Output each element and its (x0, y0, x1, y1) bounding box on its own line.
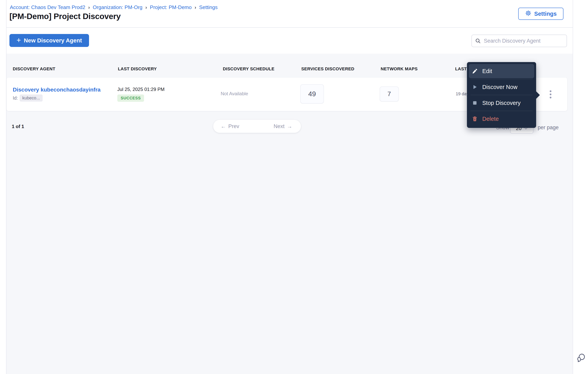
discovery-schedule-value: Not Available (221, 91, 248, 96)
breadcrumb-settings-link[interactable]: Settings (199, 4, 218, 10)
menu-item-delete-label: Delete (482, 116, 499, 122)
breadcrumb-project-link[interactable]: Project: PM-Demo (150, 4, 192, 10)
page-number-button[interactable]: 1 (247, 120, 265, 133)
breadcrumb-account-link[interactable]: Account: Chaos Dev Team Prod2 (10, 4, 85, 10)
settings-button-label: Settings (534, 10, 556, 17)
column-header-last: LAST (455, 66, 467, 72)
pencil-icon (472, 68, 478, 74)
menu-item-edit-label: Edit (482, 68, 492, 74)
discovery-agent-name-link[interactable]: Discovery kubeconchaosdayinfra (13, 87, 101, 93)
menu-divider (471, 111, 533, 111)
agent-id: Id: kubeco... (13, 94, 43, 102)
project-discovery-page: Account: Chaos Dev Team Prod2 › Organiza… (0, 0, 588, 374)
stop-icon (472, 100, 478, 105)
page-title: [PM-Demo] Project Discovery (10, 12, 121, 21)
last-discovery-date: Jul 25, 2025 01:29 PM (117, 87, 165, 92)
breadcrumb: Account: Chaos Dev Team Prod2 › Organiza… (10, 4, 218, 10)
agent-id-value-chip: kubeco... (20, 94, 43, 102)
new-discovery-agent-label: New Discovery Agent (24, 37, 82, 44)
column-header-services-discovered: SERVICES DISCOVERED (301, 66, 354, 72)
column-header-last-discovery: LAST DISCOVERY (118, 66, 157, 72)
next-arrow-icon: → (287, 123, 292, 129)
prev-label: Prev (228, 123, 239, 129)
menu-caret (536, 91, 540, 99)
menu-item-edit[interactable]: Edit (469, 64, 534, 78)
network-maps-count: 7 (380, 86, 399, 102)
trash-icon (472, 116, 478, 122)
column-header-discovery-schedule: DISCOVERY SCHEDULE (223, 66, 274, 72)
settings-button[interactable]: Settings (518, 8, 563, 20)
column-header-network-maps: NETWORK MAPS (381, 66, 418, 72)
prev-page-button[interactable]: ← Prev (213, 120, 247, 133)
breadcrumb-separator: › (88, 5, 90, 10)
status-badge: SUCCESS (117, 94, 144, 102)
search-box[interactable] (472, 35, 567, 47)
header-divider (7, 27, 573, 28)
play-icon (472, 84, 478, 90)
menu-item-stop-discovery[interactable]: Stop Discovery (469, 96, 534, 110)
breadcrumb-separator: › (146, 5, 147, 10)
agent-id-label: Id: (13, 95, 18, 101)
column-header-discovery-agent: DISCOVERY AGENT (13, 66, 55, 72)
row-actions-kebab-button[interactable] (544, 87, 557, 102)
breadcrumb-organization-link[interactable]: Organization: PM-Org (93, 4, 142, 10)
search-icon (475, 38, 481, 44)
search-input[interactable] (483, 38, 563, 44)
next-label: Next (273, 123, 284, 129)
right-edge-divider (573, 0, 573, 374)
menu-item-delete[interactable]: Delete (469, 112, 534, 126)
pagination-pill: ← Prev 1 Next → (213, 120, 301, 133)
services-discovered-count: 49 (300, 84, 324, 104)
menu-item-stop-discovery-label: Stop Discovery (482, 100, 521, 106)
gear-icon (525, 10, 532, 18)
row-actions-menu: Edit Discover Now Stop Discovery (467, 62, 536, 128)
chat-bubbles-icon[interactable] (575, 352, 586, 363)
pagination-summary: 1 of 1 (12, 124, 24, 129)
next-page-button[interactable]: Next → (265, 120, 301, 133)
menu-item-discover-now-label: Discover Now (482, 84, 517, 90)
new-discovery-agent-button[interactable]: + New Discovery Agent (10, 34, 89, 47)
plus-icon: + (17, 36, 21, 44)
menu-item-discover-now[interactable]: Discover Now (469, 80, 534, 94)
menu-divider (471, 79, 533, 79)
breadcrumb-separator: › (195, 5, 196, 10)
prev-arrow-icon: ← (221, 123, 226, 129)
per-page-label: per page (538, 125, 559, 131)
